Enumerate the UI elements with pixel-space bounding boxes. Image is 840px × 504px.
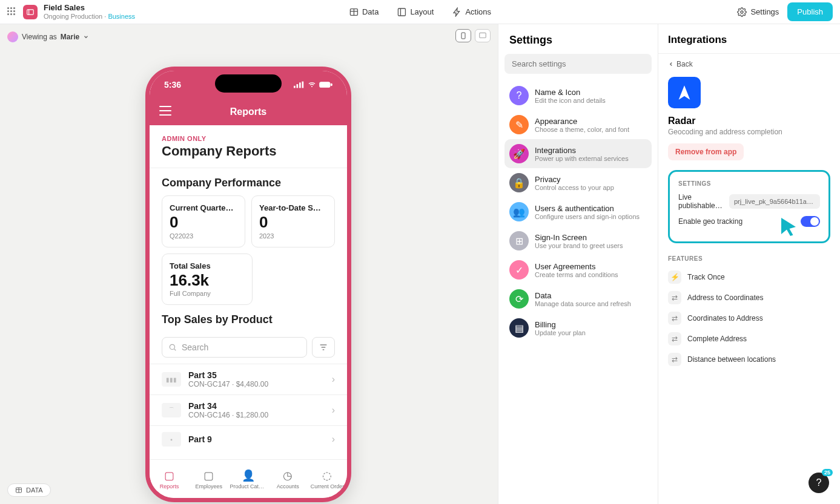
wifi-icon <box>307 81 317 88</box>
nav-data[interactable]: Data <box>349 7 379 17</box>
svg-rect-2 <box>398 8 405 16</box>
back-button[interactable]: Back <box>668 60 830 68</box>
remove-button[interactable]: Remove from app <box>668 143 744 160</box>
battery-icon <box>319 81 332 88</box>
status-icons <box>294 81 332 88</box>
settings-item-user-agreements[interactable]: ✓ User Agreements Create terms and condi… <box>504 255 652 284</box>
nav-layout[interactable]: Layout <box>397 7 434 17</box>
tab-product-catalog[interactable]: 👤Product Cata… <box>228 460 268 498</box>
app-subtitle: Ongoing Production · Business <box>44 13 135 20</box>
product-thumb-icon: ▮▮▮ <box>162 372 181 387</box>
nav-actions[interactable]: Actions <box>452 7 491 17</box>
integration-desc: Geocoding and address completion <box>668 128 830 136</box>
data-pill-button[interactable]: DATA <box>7 483 51 497</box>
settings-search-input[interactable] <box>504 54 652 74</box>
settings-item-integrations[interactable]: 🚀 Integrations Power up with external se… <box>504 139 652 168</box>
settings-item-title: Users & authentication <box>535 204 640 213</box>
integration-detail-panel: Integrations Back Radar Geocoding and ad… <box>658 24 840 504</box>
settings-item-icon: ✎ <box>509 115 529 134</box>
settings-item-name-icon[interactable]: ? Name & Icon Edit the icon and details <box>504 81 652 110</box>
list-title: Part 35 <box>188 370 325 380</box>
top-nav: Data Layout Actions <box>349 7 491 17</box>
chevron-right-icon: › <box>332 434 335 445</box>
settings-sidebar: Settings ? Name & Icon Edit the icon and… <box>498 24 658 504</box>
viewing-prefix: Viewing as <box>22 33 57 41</box>
tab-employees[interactable]: ▢Employees <box>189 460 228 498</box>
settings-heading: Settings <box>504 34 652 54</box>
filter-icon <box>319 342 328 352</box>
table-icon <box>15 486 22 494</box>
product-thumb-icon: ⌒ <box>162 403 181 417</box>
settings-item-title: Sign-In Screen <box>535 233 623 242</box>
kpi-sub: 2023 <box>259 232 327 240</box>
feature-icon: ⇄ <box>668 312 681 325</box>
help-badge: 25 <box>822 469 833 476</box>
feature-item[interactable]: ⇄Complete Address <box>668 329 830 349</box>
kpi-sub: Q22023 <box>170 232 237 240</box>
search-icon <box>168 343 177 352</box>
settings-item-desc: Edit the icon and details <box>535 97 606 104</box>
kpi-label: Total Sales <box>170 261 245 270</box>
feature-item[interactable]: ⇄Distance between locations <box>668 349 830 370</box>
features-section-label: FEATURES <box>668 255 830 262</box>
kpi-card[interactable]: Year-to-Date S… 0 2023 <box>251 195 335 247</box>
device-phone-button[interactable] <box>455 29 471 42</box>
settings-item-users-authentication[interactable]: 👥 Users & authentication Configure users… <box>504 197 652 226</box>
kpi-value: 0 <box>259 214 327 231</box>
settings-item-title: Billing <box>535 320 586 329</box>
chevron-right-icon: › <box>332 405 335 416</box>
admin-badge: ADMIN ONLY <box>150 125 347 143</box>
help-button[interactable]: ? 25 <box>809 473 829 493</box>
geo-tracking-toggle[interactable] <box>801 216 820 227</box>
tab-reports[interactable]: ▢Reports <box>150 460 189 498</box>
settings-item-desc: Use your brand to greet users <box>535 242 623 249</box>
viewing-as-chip[interactable]: Viewing as Marie <box>7 31 89 42</box>
api-key-field[interactable]: prj_live_pk_9a5664b11ae65… <box>729 194 820 209</box>
geo-tracking-label: Enable geo tracking <box>678 217 795 226</box>
feature-item[interactable]: ⇄Address to Coordinates <box>668 287 830 308</box>
settings-item-desc: Create terms and conditions <box>535 271 618 278</box>
filter-button[interactable] <box>312 337 335 358</box>
svg-point-12 <box>170 345 174 350</box>
settings-item-icon: ✓ <box>509 260 529 280</box>
settings-link[interactable]: Settings <box>737 7 779 17</box>
hamburger-icon[interactable] <box>159 106 171 116</box>
tab-current-order[interactable]: ◌Current Order <box>308 460 347 498</box>
app-logo-icon <box>23 5 38 19</box>
settings-section-label: SETTINGS <box>678 180 820 187</box>
list-title: Part 9 <box>188 434 325 444</box>
integration-settings-box: SETTINGS Live publishable… prj_live_pk_9… <box>668 170 830 243</box>
list-sub: CON-GC146 · $1,280.00 <box>188 411 325 419</box>
feature-item[interactable]: ⚡Track Once <box>668 267 830 287</box>
settings-item-billing[interactable]: ▤ Billing Update your plan <box>504 313 652 342</box>
api-key-label: Live publishable… <box>678 193 723 210</box>
svg-rect-10 <box>320 82 330 87</box>
list-item[interactable]: ⌒ Part 34CON-GC146 · $1,280.00 › <box>150 394 347 425</box>
feature-label: Address to Coordinates <box>687 293 763 302</box>
device-tablet-button[interactable] <box>475 29 491 42</box>
settings-item-appearance[interactable]: ✎ Appearance Choose a theme, color, and … <box>504 110 652 139</box>
settings-item-data[interactable]: ⟳ Data Manage data source and refresh <box>504 284 652 313</box>
list-item[interactable]: ▪ Part 9 › <box>150 425 347 453</box>
publish-button[interactable]: Publish <box>787 2 833 21</box>
settings-item-sign-in-screen[interactable]: ⊞ Sign-In Screen Use your brand to greet… <box>504 226 652 255</box>
apps-grid-icon[interactable] <box>7 7 17 17</box>
settings-item-title: Privacy <box>535 175 614 184</box>
search-input[interactable]: Search <box>162 337 307 358</box>
tab-accounts[interactable]: ◷Accounts <box>268 460 308 498</box>
settings-item-title: Data <box>535 291 631 300</box>
product-list: ▮▮▮ Part 35CON-GC147 · $4,480.00 › ⌒ Par… <box>150 364 347 453</box>
feature-label: Track Once <box>687 273 725 281</box>
table-icon <box>349 7 359 17</box>
settings-item-title: Name & Icon <box>535 88 606 97</box>
list-item[interactable]: ▮▮▮ Part 35CON-GC147 · $4,480.00 › <box>150 364 347 394</box>
kpi-card[interactable]: Current Quarte… 0 Q22023 <box>162 195 245 247</box>
settings-item-privacy[interactable]: 🔒 Privacy Control access to your app <box>504 168 652 197</box>
avatar-icon <box>7 31 18 42</box>
layout-icon <box>397 7 406 17</box>
settings-item-icon: ? <box>509 86 529 105</box>
kpi-value: 16.3k <box>170 272 245 289</box>
kpi-card[interactable]: Total Sales 16.3k Full Company <box>162 254 253 306</box>
feature-item[interactable]: ⇄Coordinates to Address <box>668 308 830 329</box>
settings-item-icon: 🚀 <box>509 144 529 163</box>
